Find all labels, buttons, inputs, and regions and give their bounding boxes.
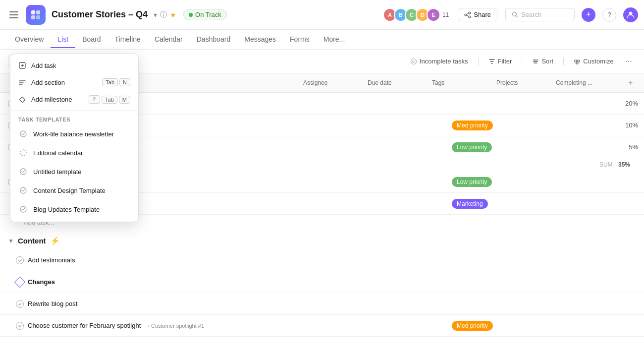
row-assignee [317,199,381,209]
row-name: Choose customer for February spotlight ‹… [0,317,317,335]
svg-point-12 [411,59,416,64]
kbd-tab: Tab [102,96,117,104]
row-projects [510,277,570,287]
row-projects [510,199,570,209]
row-projects [510,299,570,309]
kbd-n: N [119,78,130,86]
chevron-down-icon[interactable]: ▾ [154,11,157,19]
search-box[interactable]: Search [505,8,575,21]
task-checkbox[interactable] [16,256,24,264]
row-completing: 10% [570,117,644,134]
section-title: Content [18,237,46,245]
incomplete-tasks-label: Incomplete tasks [420,58,468,65]
row-assignee [317,321,381,331]
row-duedate [381,255,446,265]
svg-rect-14 [578,60,580,62]
add-button[interactable]: + [582,8,595,22]
dropdown-add-milestone[interactable]: Add milestone ⇧ Tab M [10,91,138,108]
dropdown-item-label: Content Design Template [33,187,106,194]
row-name: Changes [0,273,317,291]
dropdown-add-task[interactable]: Add task [10,57,138,74]
col-completing: Completing ... [550,74,624,91]
tab-forms[interactable]: Forms [283,31,317,48]
row-completing [570,277,644,287]
add-column-button[interactable]: + [624,73,644,92]
tab-board[interactable]: Board [75,31,107,48]
avatar[interactable]: E [427,8,440,22]
row-duedate [381,321,446,331]
tab-messages[interactable]: Messages [237,31,283,48]
svg-point-25 [20,206,26,212]
star-icon[interactable]: ★ [170,11,176,19]
row-projects [510,321,570,331]
share-button[interactable]: Share [458,8,497,21]
topbar: Customer Stories – Q4 ▾ ⓘ ★ On Track A B… [0,0,644,30]
tag-badge-med-priority: Med priority [452,120,493,130]
task-checkbox[interactable] [16,300,24,308]
row-assignee [317,99,381,109]
row-completing: 5% [570,138,644,156]
tab-calendar[interactable]: Calendar [148,31,190,48]
kbd-m: M [119,96,130,104]
customize-button[interactable]: Customize [570,55,617,67]
tab-more[interactable]: More... [317,31,352,48]
svg-rect-3 [31,10,35,14]
row-projects [510,120,570,130]
tag-badge-marketing: Marketing [452,199,488,209]
tab-dashboard[interactable]: Dashboard [190,31,238,48]
menu-icon[interactable] [6,7,22,23]
table-row: Rewrite blog post [0,293,644,315]
col-duedate: Due date [362,74,426,91]
row-assignee [317,142,381,152]
row-name: Add testimonials [0,251,317,269]
tag-badge-low-priority: Low priority [452,142,492,152]
row-completing [570,199,644,209]
row-completing [570,321,644,331]
template-icon [18,204,28,214]
avatar-group[interactable]: A B C D E 11 [383,8,449,22]
task-checkbox[interactable] [16,322,24,330]
filter-button[interactable]: Filter [484,55,516,67]
task-name: Choose customer for February spotlight [28,322,141,329]
dropdown-template-work-life[interactable]: Work-life balance newsletter [10,124,138,143]
dropdown-template-editorial[interactable]: Editorial calendar [10,143,138,162]
sort-button[interactable]: Sort [528,55,557,67]
status-badge[interactable]: On Track [183,9,227,20]
row-tags: Med priority [446,316,510,336]
share-label: Share [474,11,491,18]
dropdown-template-untitled[interactable]: Untitled template [10,162,138,181]
dropdown-item-label: Add milestone [31,96,72,103]
user-avatar[interactable] [623,7,638,22]
svg-point-22 [20,150,26,156]
add-new-dropdown: Add task Add section Tab N Add milestone… [10,54,139,222]
dropdown-item-label: Editorial calendar [33,149,83,157]
kbd-shift: ⇧ [89,95,100,104]
dropdown-add-section[interactable]: Add section Tab N [10,74,138,91]
more-button[interactable]: ··· [622,55,636,68]
row-tags: Med priority [446,116,510,135]
dropdown-item-label: Add section [31,79,65,86]
sum-value: 35% [618,161,630,168]
row-assignee [317,277,381,287]
tab-timeline[interactable]: Timeline [108,31,148,48]
dropdown-item-label: Add task [31,62,56,69]
row-projects [510,99,570,109]
dropdown-template-content-design[interactable]: Content Design Template [10,181,138,200]
tag-badge-low-priority: Low priority [452,177,492,187]
row-completing [570,177,644,187]
row-assignee [317,299,381,309]
info-icon[interactable]: ⓘ [160,10,167,19]
row-duedate [381,99,446,109]
dropdown-template-blog-updates[interactable]: Blog Updates Template [10,200,138,219]
help-button[interactable]: ? [602,8,616,22]
svg-rect-13 [575,60,577,62]
milestone-icon [14,276,26,288]
tab-list[interactable]: List [51,31,75,48]
customize-label: Customize [583,58,613,65]
section-collapse-icon[interactable]: ▼ [8,238,14,244]
task-name: Changes [28,278,55,286]
svg-point-10 [513,12,517,16]
tab-overview[interactable]: Overview [8,31,51,48]
incomplete-tasks-button[interactable]: Incomplete tasks [406,55,472,67]
section-header-content: ▼ Content ⚡ [0,230,644,249]
